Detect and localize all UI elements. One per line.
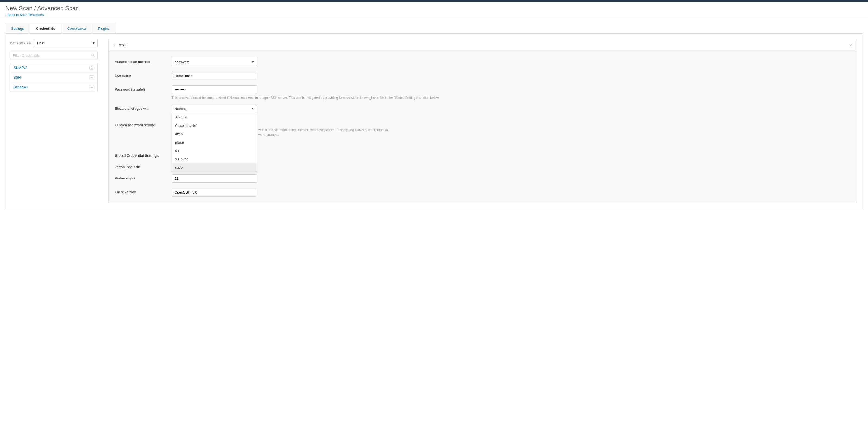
back-link-label: Back to Scan Templates xyxy=(7,13,44,17)
content-area: CATEGORIES Host SNMPv3 1 SSH xyxy=(5,33,863,209)
filter-credentials-input[interactable] xyxy=(10,51,98,60)
auth-method-label: Authentication method xyxy=(115,58,172,64)
elevate-label: Elevate privileges with xyxy=(115,105,172,110)
credentials-list: SNMPv3 1 SSH ∞ Windows ∞ xyxy=(10,63,98,92)
panel-body: Authentication method password Username xyxy=(108,52,857,203)
sidebar: CATEGORIES Host SNMPv3 1 SSH xyxy=(5,34,102,209)
password-help-row: This password could be compromised if Ne… xyxy=(115,95,851,100)
elevate-select[interactable]: Nothing xyxy=(172,105,257,113)
known-hosts-label: known_hosts file xyxy=(115,163,172,169)
dropdown-item-dzdo[interactable]: dzdo xyxy=(172,130,256,138)
dropdown-item-su-sudo[interactable]: su+sudo xyxy=(172,155,256,163)
tab-credentials[interactable]: Credentials xyxy=(30,24,61,33)
dropdown-item-sudo[interactable]: sudo xyxy=(172,163,256,172)
auth-method-row: Authentication method password xyxy=(115,58,851,66)
cred-item-ssh[interactable]: SSH ∞ xyxy=(10,73,97,82)
preferred-port-row: Preferred port xyxy=(115,174,851,183)
password-input[interactable] xyxy=(172,85,257,94)
categories-label: CATEGORIES xyxy=(10,42,31,45)
client-version-label: Client version xyxy=(115,188,172,194)
cred-item-label: Windows xyxy=(13,85,28,89)
elevate-dropdown[interactable]: .k5login Cisco 'enable' dzdo pbrun su su… xyxy=(172,113,257,172)
cred-item-label: SSH xyxy=(13,75,21,79)
dropdown-item-k5login[interactable]: .k5login xyxy=(172,113,256,122)
filter-row xyxy=(10,51,98,60)
cred-badge: ∞ xyxy=(89,85,94,89)
client-version-input[interactable] xyxy=(172,188,257,197)
cred-badge: 1 xyxy=(89,66,94,70)
preferred-port-label: Preferred port xyxy=(115,174,172,180)
categories-row: CATEGORIES Host xyxy=(10,39,98,47)
password-label: Password (unsafe!) xyxy=(115,85,172,91)
category-select[interactable]: Host xyxy=(34,39,98,47)
tab-settings[interactable]: Settings xyxy=(5,24,30,33)
tab-compliance[interactable]: Compliance xyxy=(61,24,92,33)
preferred-port-input[interactable] xyxy=(172,174,257,183)
panel-title: SSH xyxy=(119,43,126,47)
password-row: Password (unsafe!) xyxy=(115,85,851,94)
page-header: New Scan / Advanced Scan ‹ Back to Scan … xyxy=(0,2,868,19)
chevron-up-icon xyxy=(252,108,254,109)
username-input[interactable] xyxy=(172,72,257,80)
chevron-left-icon: ‹ xyxy=(5,13,6,16)
cred-item-windows[interactable]: Windows ∞ xyxy=(10,82,97,92)
collapse-icon[interactable] xyxy=(113,44,115,46)
tab-bar: Settings Credentials Compliance Plugins xyxy=(5,24,116,33)
main-container: Settings Credentials Compliance Plugins … xyxy=(0,19,868,213)
close-icon[interactable]: × xyxy=(849,42,852,48)
top-bar xyxy=(0,0,868,2)
category-selected: Host xyxy=(37,41,44,45)
client-version-row: Client version xyxy=(115,188,851,197)
chevron-down-icon xyxy=(93,42,95,44)
custom-prompt-help-2: word prompts. xyxy=(258,132,851,137)
panel-header-left: SSH xyxy=(113,43,126,47)
dropdown-item-su[interactable]: su xyxy=(172,146,256,155)
auth-method-select[interactable]: password xyxy=(172,58,257,66)
panel-header: SSH × xyxy=(108,39,857,52)
custom-prompt-help-1: with a non-standard string such as 'secr… xyxy=(258,128,851,132)
username-label: Username xyxy=(115,72,172,77)
elevate-row: Elevate privileges with Nothing .k5login… xyxy=(115,105,851,113)
cred-item-snmpv3[interactable]: SNMPv3 1 xyxy=(10,63,97,73)
dropdown-item-pbrun[interactable]: pbrun xyxy=(172,138,256,146)
cred-item-label: SNMPv3 xyxy=(13,66,27,70)
username-row: Username xyxy=(115,72,851,80)
dropdown-item-cisco-enable[interactable]: Cisco 'enable' xyxy=(172,122,256,130)
elevate-value: Nothing xyxy=(175,107,187,111)
custom-prompt-label: Custom password prompt xyxy=(115,121,172,127)
chevron-down-icon xyxy=(252,61,254,63)
main-panel-area: SSH × Authentication method password Use… xyxy=(102,34,863,209)
auth-method-value: password xyxy=(175,60,190,64)
back-link[interactable]: ‹ Back to Scan Templates xyxy=(5,13,44,17)
password-help-text: This password could be compromised if Ne… xyxy=(172,95,851,100)
cred-badge: ∞ xyxy=(89,75,94,79)
page-title: New Scan / Advanced Scan xyxy=(5,5,863,12)
tab-plugins[interactable]: Plugins xyxy=(92,24,116,33)
